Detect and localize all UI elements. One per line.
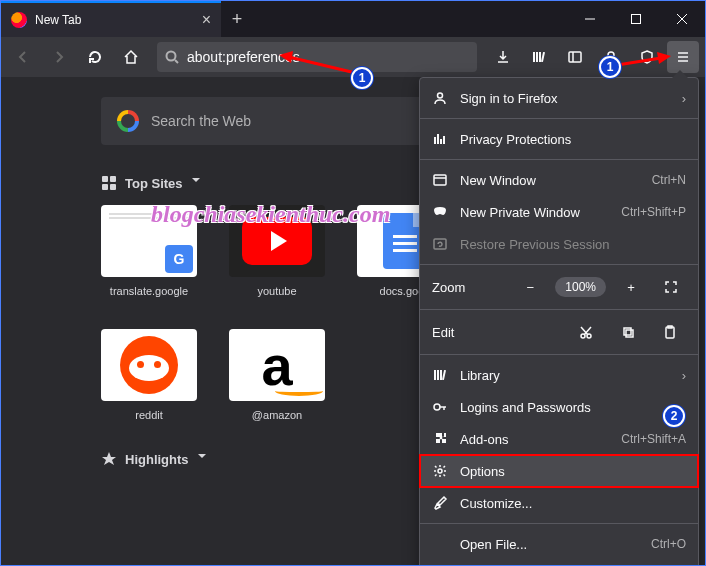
menu-save-page[interactable]: Save Page As... Ctrl+S xyxy=(420,560,698,566)
menu-zoom-row: Zoom − 100% + xyxy=(420,269,698,305)
menu-new-private-window[interactable]: New Private Window Ctrl+Shift+P xyxy=(420,196,698,228)
menu-addons[interactable]: Add-ons Ctrl+Shift+A xyxy=(420,423,698,455)
svg-point-40 xyxy=(434,404,440,410)
svg-rect-27 xyxy=(434,239,446,249)
search-icon xyxy=(165,50,179,64)
url-text: about:preferences xyxy=(187,49,300,65)
svg-rect-7 xyxy=(536,52,538,62)
svg-rect-33 xyxy=(626,330,633,337)
brush-icon xyxy=(432,495,448,511)
svg-rect-17 xyxy=(110,176,116,182)
url-bar[interactable]: about:preferences xyxy=(157,42,477,72)
menu-open-file[interactable]: Open File... Ctrl+O xyxy=(420,528,698,560)
menu-library[interactable]: Library › xyxy=(420,359,698,391)
svg-rect-9 xyxy=(541,52,545,62)
menu-privacy-protections[interactable]: Privacy Protections xyxy=(420,123,698,155)
copy-button[interactable] xyxy=(612,319,644,345)
close-window-button[interactable] xyxy=(659,1,705,37)
annotation-marker-2: 2 xyxy=(663,405,685,427)
chevron-down-icon xyxy=(191,175,207,191)
highlights-icon xyxy=(101,451,117,467)
browser-window: New Tab × + about:preferences Search t xyxy=(0,0,706,566)
account-icon xyxy=(432,90,448,106)
paste-button[interactable] xyxy=(654,319,686,345)
svg-rect-39 xyxy=(442,370,446,380)
sidebar-button[interactable] xyxy=(559,41,591,73)
maximize-button[interactable] xyxy=(613,1,659,37)
forward-button[interactable] xyxy=(43,41,75,73)
svg-rect-10 xyxy=(569,52,581,62)
window-controls xyxy=(567,1,705,37)
annotation-marker-1b: 1 xyxy=(599,56,621,78)
fullscreen-button[interactable] xyxy=(656,274,686,300)
shield-icon xyxy=(432,131,448,147)
svg-rect-19 xyxy=(110,184,116,190)
svg-rect-8 xyxy=(539,52,541,62)
menu-options[interactable]: Options xyxy=(420,455,698,487)
menu-new-window[interactable]: New Window Ctrl+N xyxy=(420,164,698,196)
library-icon xyxy=(432,367,448,383)
tile-translate[interactable]: G translate.google xyxy=(101,205,197,297)
window-icon xyxy=(432,172,448,188)
reload-button[interactable] xyxy=(79,41,111,73)
svg-rect-21 xyxy=(434,137,436,144)
puzzle-icon xyxy=(432,431,448,447)
svg-point-4 xyxy=(167,52,176,61)
library-button[interactable] xyxy=(523,41,555,73)
home-button[interactable] xyxy=(115,41,147,73)
tab-close-button[interactable]: × xyxy=(202,11,211,29)
tile-reddit[interactable]: reddit xyxy=(101,329,197,421)
menu-restore-session: Restore Previous Session xyxy=(420,228,698,260)
minimize-button[interactable] xyxy=(567,1,613,37)
key-icon xyxy=(432,399,448,415)
tile-amazon[interactable]: a @amazon xyxy=(229,329,325,421)
chevron-right-icon: › xyxy=(682,91,686,106)
menu-edit-row: Edit xyxy=(420,314,698,350)
app-menu-button[interactable] xyxy=(667,41,699,73)
svg-rect-36 xyxy=(434,370,436,380)
svg-rect-1 xyxy=(632,15,641,24)
firefox-favicon xyxy=(11,12,27,28)
svg-rect-32 xyxy=(624,328,631,335)
svg-rect-23 xyxy=(440,139,442,144)
svg-rect-18 xyxy=(102,184,108,190)
app-menu-panel: Sign in to Firefox › Privacy Protections… xyxy=(419,77,699,566)
search-placeholder: Search the Web xyxy=(151,113,251,129)
back-button[interactable] xyxy=(7,41,39,73)
chevron-down-icon xyxy=(197,451,213,467)
menu-sign-in[interactable]: Sign in to Firefox › xyxy=(420,82,698,114)
titlebar: New Tab × + xyxy=(1,1,705,37)
svg-line-5 xyxy=(175,60,178,63)
chevron-right-icon: › xyxy=(682,368,686,383)
new-tab-button[interactable]: + xyxy=(221,1,253,37)
annotation-marker-1: 1 xyxy=(351,67,373,89)
mask-icon xyxy=(432,204,448,220)
browser-tab[interactable]: New Tab × xyxy=(1,1,221,37)
restore-icon xyxy=(432,236,448,252)
tile-youtube[interactable]: youtube xyxy=(229,205,325,297)
tab-title: New Tab xyxy=(35,13,194,27)
google-icon xyxy=(117,110,139,132)
svg-rect-38 xyxy=(440,370,442,380)
zoom-in-button[interactable]: + xyxy=(616,274,646,300)
svg-point-43 xyxy=(438,469,442,473)
svg-rect-16 xyxy=(102,176,108,182)
zoom-value[interactable]: 100% xyxy=(555,277,606,297)
svg-rect-22 xyxy=(437,134,439,144)
downloads-button[interactable] xyxy=(487,41,519,73)
gear-icon xyxy=(432,463,448,479)
cut-button[interactable] xyxy=(570,319,602,345)
menu-customize[interactable]: Customize... xyxy=(420,487,698,519)
svg-rect-6 xyxy=(533,52,535,62)
svg-rect-37 xyxy=(437,370,439,380)
menu-logins[interactable]: Logins and Passwords xyxy=(420,391,698,423)
grid-icon xyxy=(101,175,117,191)
protections-button[interactable] xyxy=(631,41,663,73)
zoom-out-button[interactable]: − xyxy=(515,274,545,300)
svg-point-20 xyxy=(438,93,443,98)
svg-rect-24 xyxy=(443,136,445,144)
svg-rect-25 xyxy=(434,175,446,185)
